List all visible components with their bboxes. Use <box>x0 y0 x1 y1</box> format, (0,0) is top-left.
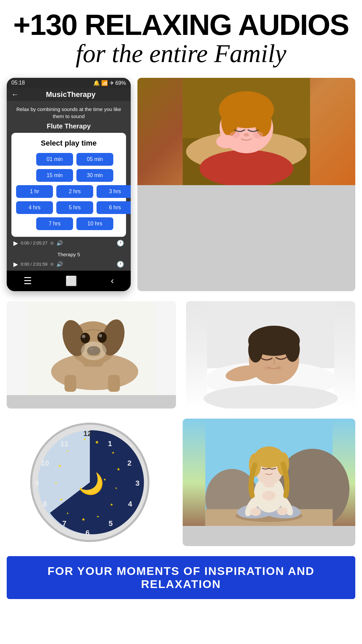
time-btn-3hrs[interactable]: 3 hrs <box>97 185 131 198</box>
time-btn-15min[interactable]: 15 min <box>36 169 73 182</box>
back-icon[interactable]: ← <box>11 90 19 99</box>
track4-dot <box>50 241 54 245</box>
phone-subtitle: Relax by combining sounds at the time yo… <box>10 106 127 120</box>
svg-point-12 <box>216 135 236 148</box>
svg-text:★: ★ <box>66 512 69 515</box>
header-section: +130 RELAXING AUDIOS for the entire Fami… <box>0 0 362 74</box>
track5-timer[interactable]: 🕐 <box>117 261 124 268</box>
time-buttons-grid: 01 min 05 min 15 min 30 min 1 hr 2 hrs 3… <box>16 153 121 230</box>
svg-text:★: ★ <box>115 487 117 490</box>
back-nav-icon[interactable]: ‹ <box>111 275 114 286</box>
track4-vol[interactable]: 🔊 <box>56 240 63 246</box>
time-btn-10hrs[interactable]: 10 hrs <box>76 217 113 230</box>
svg-text:★: ★ <box>58 464 62 468</box>
woman-meditating-image <box>183 419 355 526</box>
svg-point-22 <box>82 335 85 338</box>
svg-text:★: ★ <box>60 497 63 501</box>
svg-text:★: ★ <box>117 467 120 472</box>
man-sleeping-image <box>186 301 355 409</box>
time-row-1: 01 min 05 min <box>16 153 131 166</box>
svg-point-86 <box>262 491 276 500</box>
child-sleeping-panel <box>137 78 355 291</box>
time-select-modal: Select play time 01 min 05 min 15 min 30… <box>11 133 126 237</box>
svg-text:12: 12 <box>83 429 91 438</box>
svg-point-79 <box>250 508 261 516</box>
track5-row: ▶ 0:00 / 2:01:59 🔊 🕐 <box>10 258 127 271</box>
svg-point-21 <box>81 333 90 343</box>
svg-rect-16 <box>108 375 120 392</box>
time-row-5: 7 hrs 10 hrs <box>16 217 131 230</box>
track5-name: Therapy 5 <box>10 250 127 258</box>
time-btn-2hrs[interactable]: 2 hrs <box>56 185 93 198</box>
svg-point-23 <box>98 332 107 343</box>
status-icons: 🔔 📶 ✈ 69% <box>93 80 126 86</box>
phone-track-title: Flute Therapy <box>10 122 127 130</box>
bottom-banner: FOR YOUR MOMENTS OF INSPIRATION AND RELA… <box>7 556 355 599</box>
track5-time: 0:00 / 2:01:59 <box>21 262 48 267</box>
track4-time: 0:00 / 2:05:27 <box>21 240 48 246</box>
svg-text:🌙: 🌙 <box>78 471 104 496</box>
phone-mockup: 05:18 🔔 📶 ✈ 69% ← MusicTherapy Relax by … <box>7 78 131 291</box>
modal-title: Select play time <box>16 139 121 148</box>
man-sleeping-panel <box>186 301 355 409</box>
status-time: 05:18 <box>11 80 25 86</box>
time-btn-05min[interactable]: 05 min <box>76 153 113 166</box>
time-btn-6hrs[interactable]: 6 hrs <box>97 201 131 214</box>
menu-icon[interactable]: ☰ <box>23 275 32 286</box>
svg-text:3: 3 <box>135 479 139 487</box>
time-row-4: 4 hrs 5 hrs 6 hrs <box>16 201 131 214</box>
svg-point-36 <box>285 336 300 362</box>
dog-panel <box>7 301 176 409</box>
svg-text:2: 2 <box>127 459 131 467</box>
svg-text:★: ★ <box>97 515 99 518</box>
header-main-title: +130 RELAXING AUDIOS <box>7 10 355 40</box>
svg-text:11: 11 <box>60 439 68 448</box>
svg-text:★: ★ <box>112 451 115 454</box>
time-row-3: 1 hr 2 hrs 3 hrs <box>16 185 131 198</box>
svg-point-9 <box>244 133 249 137</box>
time-btn-5hrs[interactable]: 5 hrs <box>56 201 93 214</box>
svg-text:7: 7 <box>62 519 66 528</box>
clock-section: ★ ★ ★ ★ ★ ★ ★ ★ ★ ★ ★ ★ ★ ★ ★ 🌙 12 1 <box>3 415 176 549</box>
svg-text:1: 1 <box>108 439 112 448</box>
bottom-banner-text: FOR YOUR MOMENTS OF INSPIRATION AND RELA… <box>48 565 315 590</box>
bottom-row: ★ ★ ★ ★ ★ ★ ★ ★ ★ ★ ★ ★ ★ ★ ★ 🌙 12 1 <box>0 415 362 549</box>
svg-text:5: 5 <box>108 519 112 528</box>
play-icon-track5[interactable]: ▶ <box>13 261 18 268</box>
child-sleeping-image <box>137 78 355 185</box>
track4-timer[interactable]: 🕐 <box>117 239 124 247</box>
svg-point-38 <box>276 366 283 370</box>
dog-image <box>7 301 176 395</box>
top-row: 05:18 🔔 📶 ✈ 69% ← MusicTherapy Relax by … <box>0 74 362 294</box>
svg-text:★: ★ <box>95 439 99 445</box>
phone-nav-bar: ← MusicTherapy <box>7 88 131 101</box>
track4-row: ▶ 0:00 / 2:05:27 🔊 🕐 <box>10 237 127 250</box>
svg-text:★: ★ <box>66 450 69 453</box>
svg-text:9: 9 <box>35 479 39 487</box>
svg-rect-15 <box>65 375 76 392</box>
time-row-2: 15 min 30 min <box>16 169 131 182</box>
svg-text:10: 10 <box>41 459 49 467</box>
time-btn-30min[interactable]: 30 min <box>76 169 113 182</box>
svg-text:★: ★ <box>55 481 57 485</box>
svg-text:8: 8 <box>43 500 47 508</box>
header-sub-title: for the entire Family <box>7 40 355 68</box>
woman-meditating-panel <box>183 419 355 546</box>
track5-vol[interactable]: 🔊 <box>56 261 63 267</box>
time-btn-7hrs[interactable]: 7 hrs <box>36 217 73 230</box>
play-icon-track4[interactable]: ▶ <box>13 239 18 247</box>
phone-bottom-bar: ☰ ⬜ ‹ <box>7 271 131 291</box>
time-btn-1hr[interactable]: 1 hr <box>16 185 53 198</box>
phone-status-bar: 05:18 🔔 📶 ✈ 69% <box>7 78 131 88</box>
svg-text:★: ★ <box>110 502 113 506</box>
svg-point-11 <box>253 131 263 138</box>
svg-point-80 <box>277 507 288 515</box>
svg-point-3 <box>199 150 293 185</box>
app-title: MusicTherapy <box>22 90 119 99</box>
time-btn-4hrs[interactable]: 4 hrs <box>16 201 53 214</box>
svg-text:4: 4 <box>128 500 132 508</box>
time-btn-01min[interactable]: 01 min <box>36 153 73 166</box>
clock-widget: ★ ★ ★ ★ ★ ★ ★ ★ ★ ★ ★ ★ ★ ★ ★ 🌙 12 1 <box>29 422 150 543</box>
svg-point-35 <box>248 337 263 363</box>
home-icon[interactable]: ⬜ <box>65 275 77 286</box>
